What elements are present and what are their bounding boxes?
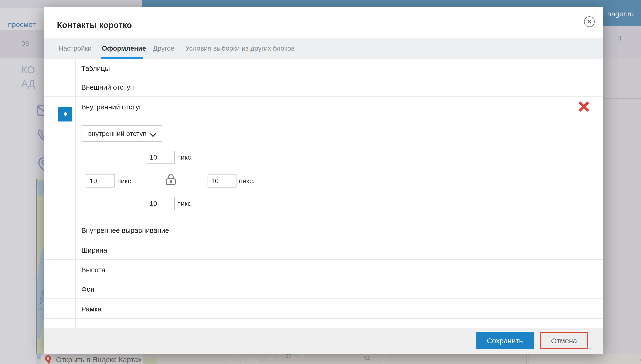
background-heading-fragment-1: КО xyxy=(21,64,35,76)
row-label: Высота xyxy=(81,266,105,274)
modal-tabbar: Настройки Оформление Другое Условия выбо… xyxy=(44,37,603,59)
padding-type-select[interactable]: внутренний отступ xyxy=(81,125,162,142)
map-number-label: 62 xyxy=(364,355,370,361)
map-green-patch xyxy=(143,358,157,364)
row-vnutrennee-vyravnivanie[interactable]: Внутреннее выравнивание xyxy=(44,220,603,240)
unit-label: пикс. xyxy=(117,177,133,184)
delete-section-icon[interactable] xyxy=(578,101,589,112)
map-number-label: 55 xyxy=(286,354,291,359)
row-tablicy[interactable]: Таблицы xyxy=(44,59,603,77)
map-building xyxy=(248,358,252,361)
background-map-bottom-right: 5 xyxy=(526,354,641,364)
tab-oformlenie[interactable]: Оформление xyxy=(102,44,146,52)
background-number-right: 3 xyxy=(617,34,621,42)
modal-footer: Сохранить Отмена xyxy=(44,328,603,354)
background-band-right: 3 xyxy=(603,26,641,58)
map-road-line xyxy=(529,354,529,364)
row-label: Ширина xyxy=(81,246,107,254)
unit-label: пикс. xyxy=(177,199,193,207)
padding-left-input[interactable] xyxy=(86,174,115,187)
tab-nastroyki[interactable]: Настройки xyxy=(58,44,91,52)
cancel-button[interactable]: Отмена xyxy=(540,332,588,349)
unit-label: пикс. xyxy=(177,153,193,161)
map-road-line xyxy=(273,354,273,364)
background-divider-right xyxy=(603,98,641,99)
row-label: Внешний отступ xyxy=(81,83,134,91)
row-label: Фон xyxy=(81,286,94,293)
background-topbar xyxy=(0,0,142,8)
map-building xyxy=(269,357,273,360)
row-fon[interactable]: Фон xyxy=(44,279,603,299)
row-label: Рамка xyxy=(81,305,102,313)
save-button[interactable]: Сохранить xyxy=(476,332,534,349)
padding-top-input[interactable] xyxy=(146,151,175,164)
background-view-link[interactable]: просмот xyxy=(8,20,36,28)
open-yandex-maps-label: Открыть в Яндекс Картах xyxy=(56,355,142,363)
lock-keyhole xyxy=(170,180,172,183)
map-pin-icon xyxy=(45,355,51,362)
tab-drugoe[interactable]: Другое xyxy=(153,44,174,52)
settings-rows: Таблицы Внешний отступ Внутренний отступ… xyxy=(44,59,603,328)
padding-type-select-value: внутренний отступ xyxy=(88,130,146,137)
tab-usloviya-vyborki[interactable]: Условия выборки из других блоков xyxy=(185,44,295,52)
row-ramka[interactable]: Рамка xyxy=(44,299,603,319)
site-domain-text: nager.ru xyxy=(607,10,634,18)
row-label[interactable]: Внутренний отступ xyxy=(81,103,143,111)
map-building xyxy=(300,354,304,359)
chevron-down-icon xyxy=(150,130,156,137)
map-number-label: 5 xyxy=(638,356,641,362)
map-pin-icon-tail xyxy=(47,361,51,364)
row-partial xyxy=(44,319,603,328)
row-vysota[interactable]: Высота xyxy=(44,260,603,279)
unit-label: пикс. xyxy=(239,177,255,184)
map-building xyxy=(254,359,258,363)
map-road-line xyxy=(228,354,233,364)
modal-title: Контакты коротко xyxy=(57,20,132,30)
active-tab-underline xyxy=(101,57,143,59)
padding-bottom-input[interactable] xyxy=(146,197,175,210)
background-map-left-strip: р. Чусовая xyxy=(36,179,44,364)
row-active-marker[interactable] xyxy=(58,107,72,121)
close-icon[interactable] xyxy=(584,16,595,27)
settings-modal: Контакты коротко Настройки Оформление Др… xyxy=(44,7,603,354)
map-water-patch xyxy=(36,180,44,196)
background-number-left: 09 xyxy=(22,40,29,47)
row-vnutrenniy-otstup-expanded: Внутренний отступ внутренний отступ пикс… xyxy=(44,97,603,220)
row-label: Внутреннее выравнивание xyxy=(81,226,169,234)
screen: nager.ru просмот 09 КО АД р. Чусовая 3 xyxy=(0,0,641,364)
map-road-line xyxy=(382,354,386,364)
lock-icon[interactable] xyxy=(166,174,176,185)
background-panel-right xyxy=(603,58,641,354)
map-road-line xyxy=(240,354,244,364)
row-shirina[interactable]: Ширина xyxy=(44,240,603,260)
open-yandex-maps-button[interactable]: Открыть в Яндекс Картах xyxy=(41,354,143,364)
padding-right-input[interactable] xyxy=(207,174,236,187)
row-vneshniy-otstup[interactable]: Внешний отступ xyxy=(44,77,603,97)
background-heading-fragment-2: АД xyxy=(21,78,35,90)
row-label: Таблицы xyxy=(81,64,110,72)
